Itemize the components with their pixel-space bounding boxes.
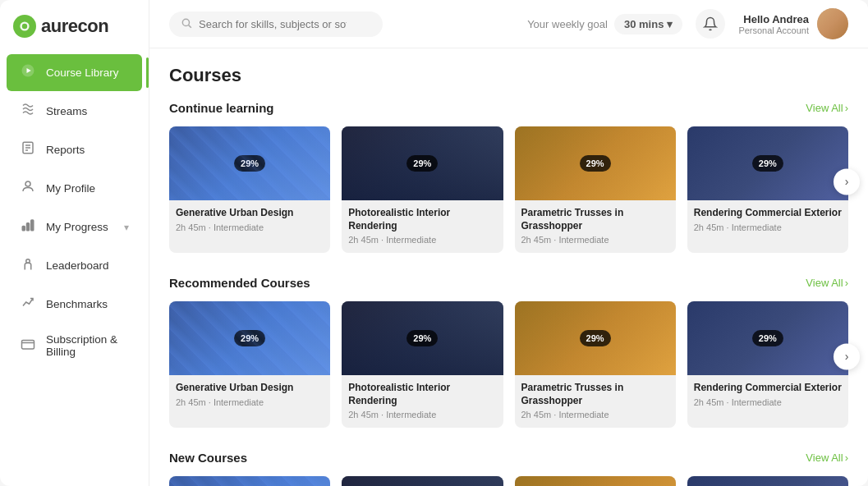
sidebar-navigation: Course Library Streams Reports My Profil… — [0, 49, 149, 486]
course-meta: 2h 45m · Intermediate — [521, 235, 669, 245]
course-meta: 2h 45m · Intermediate — [521, 410, 669, 420]
course-thumbnail — [342, 476, 503, 486]
sidebar-item-leaderboard[interactable]: Leaderboard — [7, 247, 142, 284]
section-title: Recommended Courses — [169, 276, 310, 290]
search-bar[interactable] — [169, 11, 383, 37]
course-card[interactable] — [169, 476, 330, 486]
play-icon — [20, 63, 36, 82]
course-card[interactable]: 29% Parametric Trusses in Grasshopper 2h… — [515, 126, 676, 253]
course-card[interactable]: 29% Photorealistic Interior Rendering 2h… — [342, 301, 503, 428]
course-thumbnail: 29% — [342, 301, 503, 375]
recommended-section: Recommended Courses View All › 29% Gener… — [169, 276, 848, 428]
course-thumbnail: 29% — [169, 126, 330, 200]
svg-line-16 — [189, 25, 191, 27]
course-card[interactable] — [342, 476, 503, 486]
course-card[interactable] — [515, 476, 676, 486]
course-thumbnail — [515, 476, 676, 486]
billing-icon — [20, 337, 36, 355]
sidebar-item-course-library[interactable]: Course Library — [7, 54, 142, 91]
course-card[interactable]: 29% Generative Urban Design 2h 45m · Int… — [169, 126, 330, 253]
user-info[interactable]: Hello Andrea Personal Account — [738, 8, 848, 39]
view-all-continue[interactable]: View All › — [806, 102, 848, 114]
recommended-courses: 29% Generative Urban Design 2h 45m · Int… — [169, 301, 848, 428]
view-all-new[interactable]: View All › — [806, 452, 848, 464]
sidebar-item-reports[interactable]: Reports — [7, 131, 142, 168]
sidebar-item-label: Subscription & Billing — [46, 333, 129, 358]
new-courses-section: New Courses View All › — [169, 451, 848, 486]
course-thumbnail: 29% — [342, 126, 503, 200]
svg-rect-13 — [22, 340, 34, 349]
course-meta: 2h 45m · Intermediate — [176, 397, 324, 407]
course-meta: 2h 45m · Intermediate — [348, 410, 496, 420]
notifications-button[interactable] — [696, 9, 725, 39]
course-name: Photorealistic Interior Rendering — [348, 382, 496, 407]
leaderboard-icon — [20, 256, 36, 275]
course-card[interactable] — [687, 476, 848, 486]
course-thumbnail: 29% — [687, 301, 848, 375]
course-name: Parametric Trusses in Grasshopper — [521, 207, 669, 232]
sidebar-item-my-progress[interactable]: My Progress ▾ — [7, 209, 142, 245]
course-card[interactable]: 29% Generative Urban Design 2h 45m · Int… — [169, 301, 330, 428]
main-area: Your weekly goal 30 mins ▾ Hello Andrea … — [149, 0, 868, 486]
course-info: Parametric Trusses in Grasshopper 2h 45m… — [515, 375, 676, 428]
progress-badge: 29% — [234, 330, 265, 346]
search-input[interactable] — [199, 18, 347, 30]
progress-badge: 29% — [580, 330, 611, 346]
course-thumbnail: 29% — [515, 301, 676, 375]
svg-rect-10 — [27, 223, 30, 231]
section-header-recommended: Recommended Courses View All › — [169, 276, 848, 290]
sidebar-item-label: Course Library — [46, 66, 119, 79]
user-text: Hello Andrea Personal Account — [738, 13, 809, 35]
logo-text: aurecon — [41, 16, 108, 37]
search-icon — [181, 17, 192, 31]
progress-icon — [20, 218, 36, 236]
sidebar-item-benchmarks[interactable]: Benchmarks — [7, 286, 142, 323]
svg-point-8 — [25, 181, 30, 186]
course-card[interactable]: 29% Photorealistic Interior Rendering 2h… — [342, 126, 503, 253]
course-card[interactable]: 29% Rendering Commercial Exterior 2h 45m… — [687, 126, 848, 253]
continue-learning-section: Continue learning View All › 29% Generat… — [169, 101, 848, 253]
svg-rect-9 — [22, 227, 25, 231]
course-thumbnail — [687, 476, 848, 486]
course-meta: 2h 45m · Intermediate — [176, 222, 324, 232]
section-header-new: New Courses View All › — [169, 451, 848, 465]
svg-point-15 — [182, 19, 189, 25]
benchmarks-icon — [20, 295, 36, 314]
course-info: Parametric Trusses in Grasshopper 2h 45m… — [515, 200, 676, 253]
progress-badge: 29% — [406, 330, 438, 346]
section-title: Continue learning — [169, 101, 274, 115]
course-info: Rendering Commercial Exterior 2h 45m · I… — [687, 200, 848, 241]
sidebar-item-label: My Progress — [46, 221, 108, 233]
course-name: Generative Urban Design — [176, 382, 324, 395]
user-role: Personal Account — [738, 25, 809, 35]
sidebar-item-streams[interactable]: Streams — [7, 93, 142, 130]
thumbnail-overlay: 29% — [687, 301, 848, 375]
weekly-goal-label: Your weekly goal — [527, 18, 608, 30]
thumbnail-overlay: 29% — [169, 126, 330, 200]
course-info: Photorealistic Interior Rendering 2h 45m… — [342, 375, 503, 428]
view-all-recommended[interactable]: View All › — [806, 277, 848, 289]
course-card[interactable]: 29% Rendering Commercial Exterior 2h 45m… — [687, 301, 848, 428]
course-meta: 2h 45m · Intermediate — [694, 222, 842, 232]
course-card[interactable]: 29% Parametric Trusses in Grasshopper 2h… — [515, 301, 676, 428]
streams-icon — [20, 102, 36, 121]
course-name: Generative Urban Design — [176, 207, 324, 220]
sidebar-item-label: My Profile — [46, 182, 95, 195]
course-info: Generative Urban Design 2h 45m · Interme… — [169, 200, 330, 241]
chevron-right-icon: › — [845, 277, 848, 289]
course-name: Rendering Commercial Exterior — [694, 382, 842, 395]
header: Your weekly goal 30 mins ▾ Hello Andrea … — [149, 0, 868, 48]
sidebar-item-subscription[interactable]: Subscription & Billing — [7, 324, 142, 367]
sidebar-item-label: Reports — [46, 144, 85, 156]
sidebar-item-label: Streams — [46, 105, 87, 117]
next-button-continue[interactable]: › — [834, 168, 860, 195]
thumbnail-overlay: 29% — [169, 301, 330, 375]
course-thumbnail: 29% — [515, 126, 676, 200]
sidebar-item-label: Benchmarks — [46, 298, 108, 310]
sidebar-item-my-profile[interactable]: My Profile — [7, 170, 142, 207]
svg-rect-11 — [31, 220, 34, 231]
next-button-recommended[interactable]: › — [834, 344, 860, 370]
weekly-goal-selector[interactable]: 30 mins ▾ — [614, 14, 682, 34]
progress-badge: 29% — [580, 155, 611, 172]
course-thumbnail — [169, 476, 330, 486]
